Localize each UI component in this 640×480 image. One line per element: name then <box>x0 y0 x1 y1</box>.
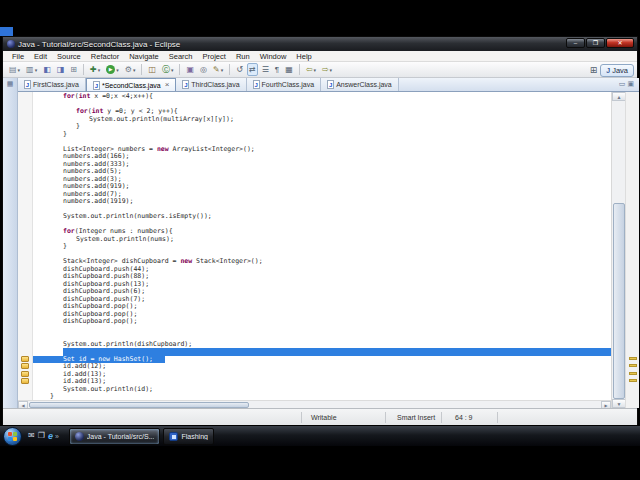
code-line[interactable]: System.out.println(numbers.isEmpty()); <box>33 213 611 221</box>
tab-secondclassjava[interactable]: J*SecondClass.java× <box>86 78 176 91</box>
toolbar-separator <box>179 64 180 75</box>
code-line[interactable]: for(int x =0;x <4;x++){ <box>33 93 611 101</box>
annotation-nav-icon-dropdown[interactable]: ▾ <box>221 67 224 73</box>
status-insert-mode: Smart Insert <box>397 414 435 421</box>
tab-fourthclassjava[interactable]: JFourthClass.java <box>247 78 322 91</box>
tab-firstclassjava[interactable]: JFirstClass.java <box>18 78 86 91</box>
search-icon[interactable]: ◎ <box>198 63 209 76</box>
menu-item-run[interactable]: Run <box>231 52 255 61</box>
warning-marker[interactable] <box>21 371 29 377</box>
show-breadcrumb-icon[interactable]: ☰ <box>260 63 271 76</box>
warning-marker[interactable] <box>21 363 29 369</box>
menu-item-window[interactable]: Window <box>255 52 292 61</box>
overview-ruler[interactable] <box>625 92 639 408</box>
back-icon-dropdown[interactable]: ▾ <box>313 67 316 73</box>
menu-item-source[interactable]: Source <box>52 52 86 61</box>
minimize-button[interactable]: – <box>566 38 585 48</box>
code-line[interactable] <box>33 326 611 334</box>
overview-warning-tick[interactable] <box>629 357 637 360</box>
code-area[interactable]: for(int x =0;x <4;x++){for(int y =0; y <… <box>33 93 611 401</box>
scroll-up-arrow[interactable]: ▲ <box>612 92 626 101</box>
debug-icon[interactable]: ✚▾ <box>88 63 102 76</box>
quick-launch-ie-icon[interactable]: e <box>48 431 53 441</box>
taskbar-button-1[interactable]: Java - Tutorial/src/S... <box>69 428 161 445</box>
maximize-view-icon[interactable]: ▣ <box>627 80 634 88</box>
menu-item-refactor[interactable]: Refactor <box>86 52 124 61</box>
quick-launch-desktop-icon[interactable]: ❐ <box>38 431 45 441</box>
maximize-button[interactable]: ❐ <box>586 38 605 48</box>
overview-warning-tick[interactable] <box>629 379 637 382</box>
warning-marker[interactable] <box>21 378 29 384</box>
windows-logo-icon <box>8 432 18 442</box>
block-selection-icon[interactable]: ▦ <box>283 63 295 76</box>
overview-warning-tick[interactable] <box>629 364 637 367</box>
open-perspective-icon[interactable]: ⊞ <box>590 65 598 75</box>
java-perspective-button[interactable]: J Java <box>600 64 634 77</box>
tab-label: *SecondClass.java <box>102 82 161 89</box>
new-wizard-icon[interactable]: ▤▾ <box>7 63 22 76</box>
annotation-ruler[interactable] <box>18 92 33 408</box>
code-line[interactable]: System.out.println(dishCupboard); <box>33 341 611 349</box>
code-line[interactable]: numbers.add(1919); <box>33 198 611 206</box>
open-element-icon[interactable]: ▣ <box>184 63 196 76</box>
restore-view-icon[interactable]: ▦ <box>3 80 17 88</box>
back-icon[interactable]: ⇦▾ <box>304 63 318 76</box>
external-tools-icon-dropdown[interactable]: ▾ <box>133 67 136 73</box>
forward-icon[interactable]: ⇨▾ <box>320 63 334 76</box>
forward-icon-dropdown[interactable]: ▾ <box>330 67 333 73</box>
start-button[interactable] <box>3 427 22 446</box>
annotation-nav-icon[interactable]: ✎▾ <box>211 63 225 76</box>
horizontal-scrollbar[interactable]: ◀ ▶ <box>18 400 611 408</box>
code-line[interactable]: } <box>33 131 611 139</box>
menu-item-edit[interactable]: Edit <box>29 52 52 61</box>
print-icon[interactable]: ⊞ <box>68 63 79 76</box>
new-element-icon[interactable]: ▥▾ <box>24 63 39 76</box>
code-line[interactable]: id.add(12); <box>33 363 611 371</box>
run-icon-dropdown[interactable]: ▾ <box>116 67 119 73</box>
tab-thirdclassjava[interactable]: JThirdClass.java <box>176 78 246 91</box>
menu-item-search[interactable]: Search <box>164 52 198 61</box>
taskbar-button-2[interactable]: Flashing <box>163 428 213 445</box>
new-java-project-icon[interactable]: ◫ <box>146 63 158 76</box>
link-with-editor-icon[interactable]: ⇄ <box>247 63 258 76</box>
external-tools-icon[interactable]: ⚙▾ <box>123 63 138 76</box>
toolbar-group: ⇦▾⇨▾ <box>304 63 334 76</box>
overview-warning-tick[interactable] <box>629 372 637 375</box>
menu-item-navigate[interactable]: Navigate <box>124 52 164 61</box>
new-java-class-icon-dropdown[interactable]: ▾ <box>171 67 174 73</box>
code-line[interactable]: System.out.println(id); <box>33 386 611 394</box>
vertical-scroll-thumb[interactable] <box>613 203 625 399</box>
save-all-icon[interactable]: ◨ <box>55 63 67 76</box>
quick-launch-mail-icon[interactable]: ✉ <box>28 431 35 441</box>
code-line[interactable]: dishCupboard.pop(); <box>33 318 611 326</box>
code-line[interactable]: Set id = new HashSet(); <box>33 356 611 364</box>
code-line[interactable]: id.add(13); <box>33 371 611 379</box>
scroll-down-arrow[interactable]: ▼ <box>612 399 626 408</box>
tab-close-icon[interactable]: × <box>165 81 170 89</box>
new-java-class-icon[interactable]: Ⓒ▾ <box>160 63 176 76</box>
minimize-view-icon[interactable]: ▭ <box>619 80 626 88</box>
quick-launch-overflow[interactable]: » <box>55 433 59 440</box>
close-button[interactable]: ✕ <box>606 38 634 48</box>
run-icon[interactable]: ▶▾ <box>104 63 121 76</box>
java-file-icon: J <box>24 80 31 89</box>
new-wizard-icon-dropdown[interactable]: ▾ <box>18 67 21 73</box>
code-line[interactable]: System.out.println(nums); <box>33 236 611 244</box>
debug-icon-dropdown[interactable]: ▾ <box>98 67 101 73</box>
tab-answerclassjava[interactable]: JAnswerClass.java <box>321 78 399 91</box>
last-edit-location-icon[interactable]: ↺ <box>234 63 245 76</box>
vertical-scrollbar[interactable]: ▲ ▼ <box>611 92 625 408</box>
menu-item-file[interactable]: File <box>7 52 29 61</box>
code-line[interactable]: } <box>33 123 611 131</box>
code-line[interactable]: } <box>33 243 611 251</box>
show-whitespace-icon[interactable]: ¶ <box>273 63 281 76</box>
save-icon[interactable]: ◧ <box>41 63 53 76</box>
menu-item-project[interactable]: Project <box>198 52 231 61</box>
toolbar-group: ▤▾▥▾◧◨⊞ <box>7 63 79 76</box>
menu-item-help[interactable]: Help <box>291 52 316 61</box>
new-element-icon-dropdown[interactable]: ▾ <box>35 67 38 73</box>
status-bar: Writable Smart Insert 64 : 9 <box>3 408 637 425</box>
title-bar[interactable]: Java - Tutorial/src/SecondClass.java - E… <box>3 37 637 51</box>
warning-marker[interactable] <box>21 356 29 362</box>
code-line[interactable]: System.out.println(multiArray[x][y]); <box>33 116 611 124</box>
